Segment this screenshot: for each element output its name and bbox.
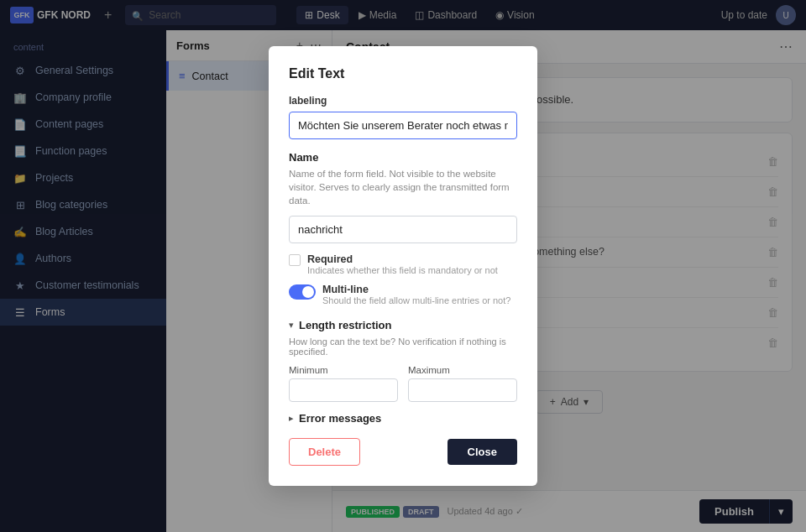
required-label: Required [307, 253, 498, 265]
modal-overlay[interactable]: Edit Text labeling Name Name of the form… [0, 0, 806, 532]
multiline-desc: Should the field allow multi-line entrie… [322, 295, 510, 305]
max-input[interactable] [408, 378, 517, 402]
min-input[interactable] [289, 378, 398, 402]
length-collapse-header[interactable]: ▾ Length restriction [289, 319, 517, 331]
labeling-label: labeling [289, 95, 517, 107]
length-inputs: Minimum Maximum [289, 365, 517, 402]
toggle-knob [302, 286, 314, 298]
required-row: Required Indicates whether this field is… [289, 253, 517, 275]
multiline-row: Multi-line Should the field allow multi-… [289, 284, 517, 305]
max-col: Maximum [408, 365, 517, 402]
length-restriction-section: ▾ Length restriction How long can the te… [289, 319, 517, 402]
error-section-title: Error messages [299, 412, 381, 425]
modal-footer: Delete Close [289, 438, 517, 466]
chevron-down-icon: ▾ [289, 320, 294, 331]
error-messages-row[interactable]: ▸ Error messages [289, 412, 517, 425]
min-label: Minimum [289, 365, 398, 375]
required-checkbox[interactable] [289, 254, 301, 266]
close-button[interactable]: Close [447, 439, 517, 465]
name-input[interactable] [289, 216, 517, 243]
max-label: Maximum [408, 365, 517, 375]
modal-title: Edit Text [289, 66, 517, 81]
edit-text-modal: Edit Text labeling Name Name of the form… [269, 46, 537, 486]
required-label-group: Required Indicates whether this field is… [307, 253, 498, 275]
multiline-label: Multi-line [322, 284, 510, 295]
required-desc: Indicates whether this field is mandator… [307, 265, 498, 275]
labeling-input[interactable] [289, 112, 517, 139]
multiline-label-group: Multi-line Should the field allow multi-… [322, 284, 510, 305]
name-section-desc: Name of the form field. Not visible to t… [289, 167, 517, 207]
chevron-right-icon: ▸ [289, 413, 294, 424]
name-section-title: Name [289, 151, 517, 164]
multiline-toggle[interactable] [289, 284, 316, 300]
length-section-title: Length restriction [299, 319, 392, 331]
min-col: Minimum [289, 365, 398, 402]
delete-button[interactable]: Delete [289, 438, 360, 466]
length-section-desc: How long can the text be? No verificatio… [289, 336, 517, 357]
